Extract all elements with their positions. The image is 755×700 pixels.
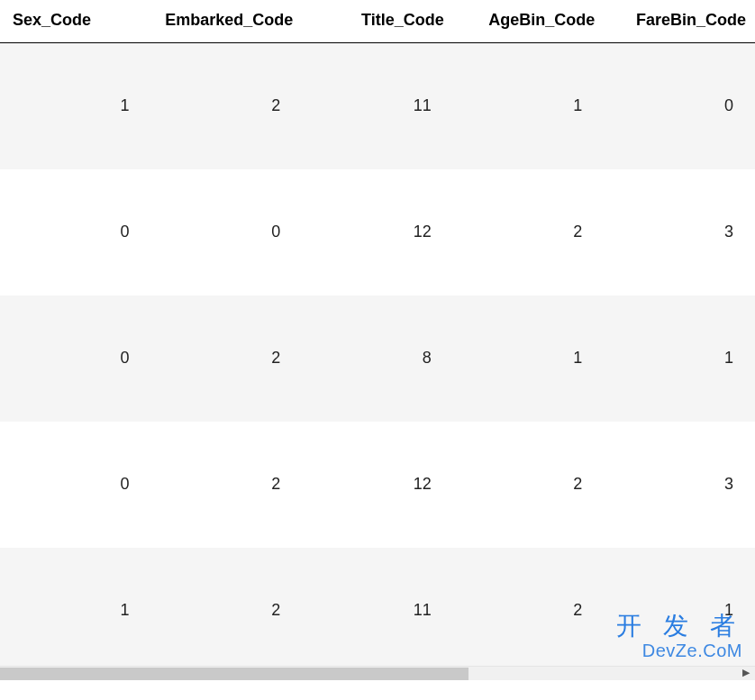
- table-row: 0 2 12 2 3: [0, 422, 755, 548]
- cell: 1: [0, 43, 151, 169]
- cell: 2: [453, 169, 605, 295]
- cell: 11: [302, 548, 453, 674]
- table-header-row: Sex_Code Embarked_Code Title_Code AgeBin…: [0, 0, 755, 43]
- col-header-agebin-code: AgeBin_Code: [453, 0, 605, 43]
- cell: 2: [151, 548, 303, 674]
- table-row: 0 0 12 2 3: [0, 169, 755, 295]
- cell: 2: [453, 422, 605, 548]
- cell: 2: [151, 422, 303, 548]
- col-header-title-code: Title_Code: [302, 0, 453, 43]
- cell: 1: [604, 548, 755, 674]
- cell: 2: [453, 548, 605, 674]
- cell: 12: [302, 169, 453, 295]
- table-row: 1 2 11 2 1: [0, 548, 755, 674]
- table-row: 0 2 8 1 1: [0, 295, 755, 422]
- cell: 2: [151, 43, 303, 169]
- cell: 3: [604, 169, 755, 295]
- cell: 1: [0, 548, 151, 674]
- cell: 0: [0, 169, 151, 295]
- col-header-embarked-code: Embarked_Code: [151, 0, 303, 43]
- cell: 1: [453, 43, 605, 169]
- cell: 11: [302, 43, 453, 169]
- cell: 1: [453, 295, 605, 422]
- table-row: 1 2 11 1 0: [0, 43, 755, 169]
- cell: 0: [604, 43, 755, 169]
- scrollbar-thumb[interactable]: [0, 668, 468, 680]
- cell: 2: [151, 295, 303, 422]
- scroll-right-icon[interactable]: ▶: [742, 667, 750, 678]
- cell: 12: [302, 422, 453, 548]
- cell: 0: [0, 422, 151, 548]
- cell: 0: [0, 295, 151, 422]
- dataframe-table-wrapper: Sex_Code Embarked_Code Title_Code AgeBin…: [0, 0, 755, 700]
- cell: 0: [151, 169, 303, 295]
- horizontal-scrollbar[interactable]: [0, 666, 755, 680]
- col-header-farebin-code: FareBin_Code: [604, 0, 755, 43]
- cell: 3: [604, 422, 755, 548]
- cell: 1: [604, 295, 755, 422]
- col-header-sex-code: Sex_Code: [0, 0, 151, 43]
- cell: 8: [302, 295, 453, 422]
- dataframe-table: Sex_Code Embarked_Code Title_Code AgeBin…: [0, 0, 755, 674]
